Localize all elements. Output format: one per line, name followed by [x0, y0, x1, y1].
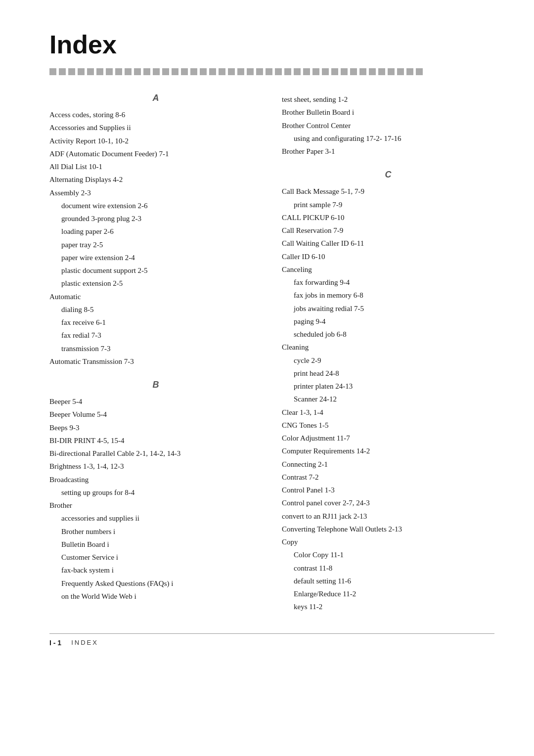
index-entry: All Dial List 10-1 — [49, 160, 262, 173]
divider-square — [294, 68, 301, 75]
divider-square — [331, 68, 338, 75]
index-entry: scheduled job 6-8 — [282, 328, 494, 341]
index-entry: Brother Control Center — [282, 119, 494, 132]
section-letter-c: C — [282, 170, 494, 180]
divider-square — [106, 68, 113, 75]
index-entry: Call Back Message 5-1, 7-9 — [282, 185, 494, 198]
index-entry: Enlarge/Reduce 11-2 — [282, 587, 494, 600]
index-entry: fax-back system i — [49, 564, 262, 577]
section-letter-b: B — [49, 380, 262, 390]
footer: I - 1 INDEX — [49, 633, 494, 647]
index-entry: keys 11-2 — [282, 600, 494, 613]
index-entry: Clear 1-3, 1-4 — [282, 406, 494, 419]
index-entry: paper tray 2-5 — [49, 238, 262, 251]
left-column: AAccess codes, storing 8-6Accessories an… — [49, 93, 262, 614]
index-entry: Brother Paper 3-1 — [282, 145, 494, 158]
index-entry: printer platen 24-13 — [282, 380, 494, 393]
index-entry: Beeps 9-3 — [49, 421, 262, 434]
index-entry: paper wire extension 2-4 — [49, 251, 262, 264]
divider-square — [275, 68, 282, 75]
index-entry: Customer Service i — [49, 551, 262, 564]
page-title: Index — [49, 30, 494, 59]
index-entry: cycle 2-9 — [282, 354, 494, 367]
index-entry: transmission 7-3 — [49, 342, 262, 355]
divider-square — [59, 68, 66, 75]
index-entry: paging 9-4 — [282, 315, 494, 328]
index-entry: convert to an RJ11 jack 2-13 — [282, 510, 494, 523]
index-entry: Access codes, storing 8-6 — [49, 108, 262, 121]
index-entry: loading paper 2-6 — [49, 225, 262, 238]
divider-square — [359, 68, 366, 75]
index-entry: Call Waiting Caller ID 6-11 — [282, 237, 494, 250]
index-entry: Scanner 24-12 — [282, 393, 494, 405]
index-entry: on the World Wide Web i — [49, 590, 262, 603]
divider-square — [378, 68, 385, 75]
index-entry: ADF (Automatic Document Feeder) 7-1 — [49, 147, 262, 160]
index-entry: Automatic — [49, 290, 262, 303]
index-entry: print head 24-8 — [282, 367, 494, 380]
index-entry: Computer Requirements 14-2 — [282, 445, 494, 457]
index-entry: Caller ID 6-10 — [282, 250, 494, 263]
divider-square — [369, 68, 376, 75]
index-entry: Cleaning — [282, 341, 494, 354]
index-entry: Canceling — [282, 263, 494, 276]
index-entry: fax receive 6-1 — [49, 316, 262, 329]
index-entry: Frequently Asked Questions (FAQs) i — [49, 577, 262, 590]
divider-square — [397, 68, 404, 75]
divider-square — [153, 68, 160, 75]
index-entry: Accessories and Supplies ii — [49, 121, 262, 134]
index-entry: plastic document support 2-5 — [49, 264, 262, 277]
divider-square — [406, 68, 413, 75]
index-entry: accessories and supplies ii — [49, 512, 262, 525]
divider-square — [341, 68, 348, 75]
index-entry: Bulletin Board i — [49, 538, 262, 551]
divider-square — [219, 68, 225, 75]
divider — [49, 68, 494, 75]
index-entry: Brightness 1-3, 1-4, 12-3 — [49, 460, 262, 473]
index-entry: jobs awaiting redial 7-5 — [282, 302, 494, 315]
divider-square — [228, 68, 235, 75]
divider-square — [256, 68, 263, 75]
index-entry: Converting Telephone Wall Outlets 2-13 — [282, 523, 494, 535]
divider-square — [143, 68, 150, 75]
index-entry: Automatic Transmission 7-3 — [49, 355, 262, 368]
index-entry: fax jobs in memory 6-8 — [282, 289, 494, 302]
divider-square — [416, 68, 423, 75]
divider-square — [322, 68, 329, 75]
index-entry: Copy — [282, 535, 494, 548]
index-entry: Brother — [49, 499, 262, 512]
index-entry: Alternating Displays 4-2 — [49, 173, 262, 186]
divider-square — [96, 68, 103, 75]
divider-square — [134, 68, 141, 75]
divider-square — [190, 68, 197, 75]
footer-label: INDEX — [71, 639, 98, 646]
index-entry: fax forwarding 9-4 — [282, 276, 494, 289]
index-entry: Call Reservation 7-9 — [282, 224, 494, 237]
index-entry: Brother Bulletin Board i — [282, 106, 494, 119]
index-entry: contrast 11-8 — [282, 562, 494, 575]
index-entry: dialing 8-5 — [49, 303, 262, 316]
divider-square — [312, 68, 319, 75]
index-entry: Connecting 2-1 — [282, 458, 494, 471]
index-entry: setting up groups for 8-4 — [49, 486, 262, 499]
index-entry: Color Copy 11-1 — [282, 548, 494, 561]
divider-square — [284, 68, 291, 75]
index-entry: Beeper Volume 5-4 — [49, 408, 262, 421]
index-entry: Color Adjustment 11-7 — [282, 432, 494, 445]
index-entry: Assembly 2-3 — [49, 186, 262, 199]
divider-square — [200, 68, 207, 75]
divider-square — [303, 68, 310, 75]
divider-square — [247, 68, 254, 75]
index-entry: using and configurating 17-2- 17-16 — [282, 132, 494, 145]
index-entry: default setting 11-6 — [282, 575, 494, 587]
index-entry: Control Panel 1-3 — [282, 484, 494, 496]
section-letter-a: A — [49, 93, 262, 103]
divider-square — [209, 68, 216, 75]
divider-square — [237, 68, 244, 75]
index-entry: grounded 3-prong plug 2-3 — [49, 212, 262, 225]
divider-square — [87, 68, 94, 75]
divider-square — [388, 68, 395, 75]
divider-square — [162, 68, 169, 75]
divider-square — [115, 68, 122, 75]
index-entry: Contrast 7-2 — [282, 471, 494, 484]
